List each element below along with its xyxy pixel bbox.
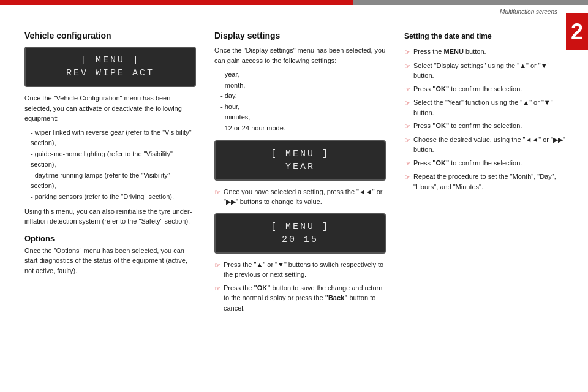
lcd2-line1: [ MENU ] xyxy=(224,148,376,160)
options-text: Once the "Options" menu has been selecte… xyxy=(24,246,196,276)
mid-bullet-1-text: Once you have selected a setting, press … xyxy=(224,187,386,207)
right-column: Setting the date and time ☞ Press the ME… xyxy=(404,31,570,380)
list-item: guide-me-home lighting (refer to the "Vi… xyxy=(31,149,196,170)
display-settings-title: Display settings xyxy=(214,31,386,40)
right-bullets: ☞ Press the MENU button. ☞ Select "Displ… xyxy=(404,47,570,192)
mid-bullet-3-text: Press the "OK" button to save the change… xyxy=(224,283,386,314)
list-item: year, xyxy=(221,69,386,80)
setting-date-title: Setting the date and time xyxy=(404,31,570,42)
lcd-display-3: [ MENU ] 20 15 xyxy=(214,213,386,254)
list-item: minutes, xyxy=(221,112,386,123)
list-item: hour, xyxy=(221,102,386,113)
right-bullet-7: ☞ Press "OK" to confirm the selection. xyxy=(404,158,570,169)
list-item: daytime running lamps (refer to the "Vis… xyxy=(31,170,196,192)
bullet-arrow-icon: ☞ xyxy=(214,260,221,271)
bullet-arrow-icon: ☞ xyxy=(404,172,410,183)
vehicle-config-body: Once the "Vehicle Configuration" menu ha… xyxy=(24,93,196,124)
right-bullet-4: ☞ Select the "Year" function using the "… xyxy=(404,97,570,118)
vehicle-config-title: Vehicle configuration xyxy=(24,31,196,40)
mid-bullet-1: ☞ Once you have selected a setting, pres… xyxy=(214,187,386,207)
list-item: day, xyxy=(221,91,386,102)
vehicle-config-extra: Using this menu, you can also reinitiali… xyxy=(24,206,196,227)
bullet-arrow-icon: ☞ xyxy=(404,98,410,108)
list-item: 12 or 24 hour mode. xyxy=(221,123,386,134)
vehicle-config-list: wiper linked with reverse gear (refer to… xyxy=(24,127,196,203)
list-item: month, xyxy=(221,80,386,91)
main-content: Vehicle configuration [ MENU ] REV WIPE … xyxy=(0,18,588,392)
right-bullet-5: ☞ Press "OK" to confirm the selection. xyxy=(404,121,570,132)
section-header: Multifunction screens xyxy=(500,9,557,15)
lcd2-line2: YEAR xyxy=(224,160,376,173)
left-column: Vehicle configuration [ MENU ] REV WIPE … xyxy=(24,31,196,380)
mid-bullet-23: ☞ Press the "▲" or "▼" buttons to switch… xyxy=(214,260,386,314)
options-title: Options xyxy=(24,234,196,243)
bullet-arrow-icon: ☞ xyxy=(404,85,410,95)
display-settings-list: year, month, day, hour, minutes, 12 or 2… xyxy=(214,69,386,134)
lcd1-line2: REV WIPE ACT xyxy=(34,67,186,80)
display-settings-intro: Once the "Display settings" menu has bee… xyxy=(214,45,386,66)
mid-column: Display settings Once the "Display setti… xyxy=(214,31,386,380)
list-item: parking sensors (refer to the "Driving" … xyxy=(31,192,196,203)
mid-bullet-2-text: Press the "▲" or "▼" buttons to switch r… xyxy=(224,260,386,280)
bullet-arrow-icon: ☞ xyxy=(404,135,410,146)
bullet-arrow-icon: ☞ xyxy=(214,187,221,198)
right-bullet-8: ☞ Repeat the procedure to set the "Month… xyxy=(404,172,570,192)
top-bar xyxy=(0,0,588,5)
right-bullet-6: ☞ Choose the desired value, using the "◄… xyxy=(404,135,570,155)
bullet-arrow-icon: ☞ xyxy=(404,47,410,58)
right-bullet-1: ☞ Press the MENU button. xyxy=(404,47,570,58)
lcd1-line1: [ MENU ] xyxy=(34,54,186,67)
bullet-arrow-icon: ☞ xyxy=(404,121,410,132)
lcd3-line1: [ MENU ] xyxy=(224,221,376,233)
bullet-arrow-icon: ☞ xyxy=(404,61,410,72)
lcd-display-1: [ MENU ] REV WIPE ACT xyxy=(24,47,196,87)
bullet-arrow-icon: ☞ xyxy=(404,159,410,169)
lcd-display-2: [ MENU ] YEAR xyxy=(214,140,386,181)
bullet-arrow-icon: ☞ xyxy=(214,284,221,294)
list-item: wiper linked with reverse gear (refer to… xyxy=(31,127,196,149)
right-bullet-2: ☞ Select "Display settings" using the "▲… xyxy=(404,61,570,81)
lcd3-line2: 20 15 xyxy=(224,233,376,246)
right-bullet-3: ☞ Press "OK" to confirm the selection. xyxy=(404,84,570,95)
